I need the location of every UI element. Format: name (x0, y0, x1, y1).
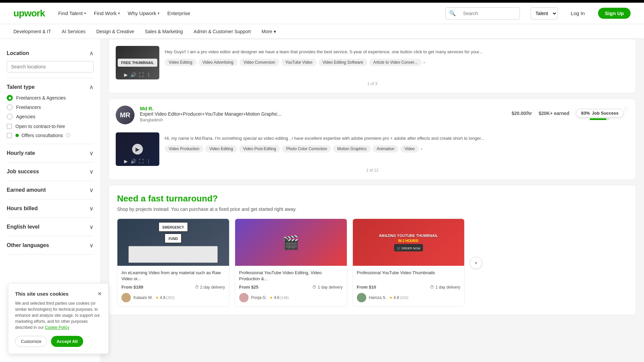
job-success-title: Job success (7, 169, 39, 175)
subnav-admin[interactable]: Admin & Customer Support (194, 29, 251, 34)
card-tags: Video Production Video Editing Video Pos… (165, 145, 629, 153)
hourly-rate: $20.00/hr (512, 111, 532, 116)
hourly-rate-filter: Hourly rate ∨ (7, 144, 94, 163)
talent-type-agencies[interactable]: Agencies (7, 114, 94, 120)
cookie-banner: This site uses cookies × We and selected… (8, 283, 109, 354)
chevron-up-icon: ∧ (89, 50, 94, 57)
location-filter-header[interactable]: Location ∧ (7, 50, 94, 57)
radio-icon (7, 114, 13, 120)
cookie-actions: Customize Accept All (15, 336, 102, 347)
logo[interactable]: upwork (13, 8, 45, 19)
main-nav: upwork Find Talent ▾ Find Work ▾ Why Upw… (0, 3, 644, 24)
play-button[interactable]: ▶ (132, 144, 143, 155)
subnav-sales[interactable]: Sales & Marketing (145, 29, 183, 34)
more-icon[interactable]: ⋮ (146, 159, 151, 164)
project-delivery: ⏱ 2 day delivery (195, 285, 225, 290)
subnav-more[interactable]: More ▾ (262, 29, 276, 34)
subnav-design[interactable]: Design & Creative (96, 29, 134, 34)
tag[interactable]: Video Conversion (239, 59, 279, 66)
tag[interactable]: Video Post-Editing (239, 145, 280, 153)
nav-find-work[interactable]: Find Work ▾ (94, 10, 120, 16)
avatar: MR (116, 106, 135, 124)
talent-type-select[interactable]: Talent (531, 7, 557, 19)
top-bar (0, 0, 644, 3)
talent-type-freelancers-agencies[interactable]: Freelancers & Agencies (7, 95, 94, 101)
tags-more-button[interactable]: › (424, 59, 425, 66)
carousel-next-button[interactable]: › (470, 257, 482, 269)
talent-type-checkboxes: Open to contract-to-hire Offers consulta… (7, 124, 94, 138)
tag[interactable]: Article to Video Conver... (369, 59, 422, 66)
play-icon[interactable]: ▶ (124, 159, 128, 164)
nav-find-talent[interactable]: Find Talent ▾ (58, 10, 86, 16)
more-icon[interactable]: ⋮ (146, 72, 151, 77)
tag[interactable]: Video Production (165, 145, 203, 153)
contract-to-hire-checkbox[interactable]: Open to contract-to-hire (7, 124, 94, 129)
project-card-thumbnail[interactable]: AMAZING YOUTUBE THUMBNAIL IN 2 HOURS! 🛒 … (353, 219, 465, 307)
job-success-header[interactable]: Job success ∨ (7, 168, 94, 175)
chevron-down-icon: ▾ (274, 29, 276, 34)
tag[interactable]: YouTube Video (281, 59, 317, 66)
chevron-down-icon: ∨ (89, 168, 94, 175)
author-avatar (239, 293, 249, 302)
project-card-youtube-editing[interactable]: 🎬 Professional YouTube Video Editing, Vi… (235, 219, 347, 307)
clock-icon: ⏱ (312, 285, 316, 290)
nav-why-upwork[interactable]: Why Upwork ▾ (128, 10, 159, 16)
talent-name[interactable]: Md R. (140, 106, 501, 111)
tag[interactable]: Video Advertising (199, 59, 238, 66)
search-input[interactable] (459, 11, 520, 16)
offers-consultations-checkbox[interactable]: Offers consultations ⓘ (7, 132, 94, 138)
location-search-input[interactable] (7, 61, 94, 72)
project-title: Professional YouTube Video Thumbnails (357, 270, 461, 282)
tag[interactable]: Video Editing Software (319, 59, 367, 66)
tag[interactable]: Video (400, 145, 419, 153)
talent-video-thumbnail: 🎬 ▶ ▶ 🔊 ⛶ ⋮ (116, 132, 159, 166)
subnav-dev-it[interactable]: Development & IT (13, 29, 51, 34)
volume-icon[interactable]: 🔊 (130, 159, 136, 164)
cookie-close-button[interactable]: × (98, 290, 102, 297)
cookie-title: This site uses cookies (15, 291, 68, 297)
customize-button[interactable]: Customize (15, 336, 47, 347)
cookie-policy-link[interactable]: Cookie Policy (45, 325, 69, 330)
search-icon[interactable]: 🔍 (446, 10, 459, 16)
author-rating: ★ 4.8 (310) (389, 295, 408, 300)
signup-button[interactable]: Sign Up (598, 8, 631, 19)
chevron-down-icon: ∨ (89, 223, 94, 231)
talent-type-header[interactable]: Talent type ∧ (7, 83, 94, 91)
tag[interactable]: Photo Color Correction (282, 145, 331, 153)
hours-billed-header[interactable]: Hours billed ∨ (7, 205, 94, 212)
star-icon: ★ (155, 295, 159, 300)
tag[interactable]: Motion Graphics (333, 145, 370, 153)
tags-more-button[interactable]: › (421, 146, 422, 151)
info-icon[interactable]: ⓘ (66, 132, 70, 138)
job-success-pct: 83% (581, 111, 590, 116)
hourly-rate-header[interactable]: Hourly rate ∨ (7, 149, 94, 157)
fullscreen-icon[interactable]: ⛶ (139, 72, 144, 77)
wishlist-button[interactable]: ♡ (624, 106, 629, 113)
other-languages-header[interactable]: Other languages ∨ (7, 242, 94, 249)
accept-all-button[interactable]: Accept All (51, 336, 83, 347)
english-level-header[interactable]: English level ∨ (7, 223, 94, 231)
fullscreen-icon[interactable]: ⛶ (139, 159, 144, 164)
cookie-text: We and selected third parties use cookie… (15, 300, 102, 330)
project-price: From $189 (121, 285, 143, 290)
tag[interactable]: Animation (373, 145, 398, 153)
project-price: From $10 (357, 285, 376, 290)
sub-nav: Development & IT AI Services Design & Cr… (0, 24, 644, 39)
author-name: Hamza S. (369, 295, 387, 300)
nav-enterprise[interactable]: Enterprise (167, 10, 190, 16)
talent-type-title: Talent type (7, 84, 35, 90)
checkbox-icon (7, 133, 12, 138)
volume-icon[interactable]: 🔊 (130, 72, 136, 77)
login-button[interactable]: Log In (568, 10, 588, 16)
subnav-ai[interactable]: AI Services (62, 29, 86, 34)
earned-amount-header[interactable]: Earned amount ∨ (7, 186, 94, 194)
hourly-rate-title: Hourly rate (7, 150, 35, 156)
talent-type-freelancers[interactable]: Freelancers (7, 104, 94, 110)
project-card-elearning[interactable]: EMERGENCY FUND An eLearning Video from a… (117, 219, 229, 307)
card-pagination: 1 of 12 (116, 168, 629, 173)
tag[interactable]: Video Editing (205, 145, 237, 153)
hours-billed-title: Hours billed (7, 205, 38, 212)
other-languages-filter: Other languages ∨ (7, 236, 94, 255)
tag[interactable]: Video Editing (165, 59, 197, 66)
play-icon[interactable]: ▶ (124, 72, 128, 77)
